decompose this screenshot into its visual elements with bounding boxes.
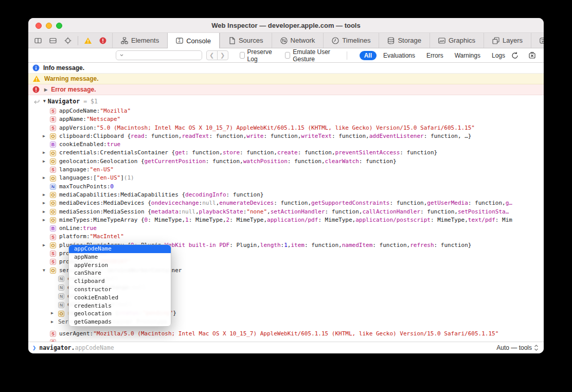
scope-logs[interactable]: Logs xyxy=(487,51,510,60)
property-value-segment: : xyxy=(199,199,203,207)
autocomplete-item-credentials[interactable]: credentials xyxy=(69,302,171,310)
autocomplete-item-geolocation[interactable]: geolocation xyxy=(69,310,171,318)
pane-horizontal-button[interactable] xyxy=(48,35,58,46)
autocomplete-item-getGamepads[interactable]: getGamepads xyxy=(69,318,171,326)
property-value-segment: WebKit built-in PDF xyxy=(165,241,229,250)
autocomplete-item-cookieEnabled[interactable]: cookieEnabled xyxy=(69,294,171,302)
disclosure-closed-icon[interactable]: ▶ xyxy=(43,191,50,199)
autocomplete-item-appCodeName[interactable]: appCodeName xyxy=(69,245,171,253)
property-row[interactable]: SuserAgent: "Mozilla/5.0 (Macintosh; Int… xyxy=(28,330,544,338)
property-row[interactable]: ▶Olanguages: ["en-US"] (1) xyxy=(28,174,544,182)
disclosure-closed-icon[interactable]: ▶ xyxy=(44,87,47,92)
disclosure-open-icon[interactable]: ▼ xyxy=(43,99,46,103)
error-badge-button[interactable] xyxy=(98,35,108,46)
property-row[interactable]: ▶Ocredentials: CredentialsContainer {get… xyxy=(28,149,544,157)
close-window-button[interactable] xyxy=(35,23,42,29)
tab-label: Sources xyxy=(239,37,263,44)
checkbox-box[interactable] xyxy=(240,52,245,59)
tab-elements[interactable]: Elements xyxy=(112,33,167,48)
tab-layers[interactable]: Layers xyxy=(484,33,531,48)
disclosure-closed-icon[interactable]: ▶ xyxy=(43,174,50,182)
property-value-segment: : function, xyxy=(274,199,311,207)
autocomplete-item-appName[interactable]: appName xyxy=(69,253,171,261)
property-row[interactable]: NmaxTouchPoints: 0 xyxy=(28,183,544,191)
property-value-segment: true xyxy=(107,140,121,149)
disclosure-closed-icon[interactable]: ▶ xyxy=(43,132,50,140)
tab-audit[interactable]: Audit xyxy=(531,33,544,48)
scope-all[interactable]: All xyxy=(360,51,377,60)
find-previous-button[interactable]: ❮ xyxy=(206,50,218,60)
pane-vertical-button[interactable] xyxy=(33,35,43,46)
find-next-button[interactable]: ❯ xyxy=(217,50,228,60)
tab-timelines[interactable]: Timelines xyxy=(323,33,379,48)
console-prompt-bar[interactable]: ❯ navigator. appCodeName Auto — tools xyxy=(28,342,544,353)
circular-arrows-button[interactable] xyxy=(510,50,520,61)
property-row[interactable]: Slanguage: "en-US" xyxy=(28,166,544,174)
disclosure-closed-icon[interactable]: ▶ xyxy=(43,208,50,216)
property-value-segment: , xyxy=(195,208,199,216)
scope-evaluations[interactable]: Evaluations xyxy=(379,51,420,60)
autocomplete-item-canShare[interactable]: canShare xyxy=(69,269,171,277)
property-row[interactable]: SappCodeName: "Mozilla" xyxy=(28,107,544,115)
disclosure-closed-icon[interactable]: ▶ xyxy=(43,216,50,224)
property-value-segment: 0 xyxy=(145,216,148,224)
property-name: mimeTypes: xyxy=(59,216,93,224)
tab-label: Timelines xyxy=(342,37,370,44)
search-input[interactable] xyxy=(124,52,199,59)
evaluated-result-row[interactable]: ▼ Navigator = $1 xyxy=(28,95,544,107)
property-value-segment: g… xyxy=(506,199,512,207)
disclosure-closed-icon[interactable]: ▶ xyxy=(43,199,50,207)
checkbox-emulate-user-gesture[interactable]: Emulate User Gesture xyxy=(285,48,337,63)
prompt-completion-hint: appCodeName xyxy=(75,344,114,351)
property-value-segment: : function, xyxy=(305,241,342,250)
property-row[interactable]: BcookieEnabled: true xyxy=(28,140,544,149)
property-value-segment: create xyxy=(277,149,298,157)
execution-context-select[interactable]: Auto — tools xyxy=(496,344,539,351)
disclosure-closed-icon[interactable]: ▶ xyxy=(43,157,50,166)
property-row[interactable]: ▶Ogeolocation: Geolocation {getCurrentPo… xyxy=(28,157,544,166)
warning-message-row[interactable]: Warning message. xyxy=(28,74,544,84)
property-row[interactable]: BonLine: true xyxy=(28,224,544,233)
scope-errors[interactable]: Errors xyxy=(422,51,448,60)
checkbox-box[interactable] xyxy=(285,52,290,59)
warning-triangle-button[interactable] xyxy=(83,35,93,46)
property-row[interactable]: ▶OmediaCapabilities: MediaCapabilities {… xyxy=(28,191,544,199)
chevron-down-icon[interactable] xyxy=(120,54,123,57)
disclosure-closed-icon[interactable]: ▶ xyxy=(51,318,58,327)
element-picker-button[interactable] xyxy=(63,35,73,46)
property-row[interactable]: SappName: "Netscape" xyxy=(28,115,544,123)
type-badge: S xyxy=(50,251,56,257)
checkbox-preserve-log[interactable]: Preserve Log xyxy=(240,48,274,63)
property-row[interactable]: ▶OmimeTypes: MimeTypeArray {0: MimeType,… xyxy=(28,216,544,224)
property-row[interactable]: SappVersion: "5.0 (Macintosh; Intel Mac … xyxy=(28,124,544,132)
error-message-row[interactable]: ▶Error message. xyxy=(28,84,544,95)
autocomplete-item-constructor[interactable]: constructor xyxy=(69,286,171,294)
disclosure-closed-icon[interactable]: ▶ xyxy=(51,309,58,318)
autocomplete-item-appVersion[interactable]: appVersion xyxy=(69,261,171,270)
scope-warnings[interactable]: Warnings xyxy=(450,51,485,60)
tab-graphics[interactable]: Graphics xyxy=(430,33,484,48)
disclosure-open-icon[interactable]: ▼ xyxy=(43,266,50,275)
property-row[interactable]: ▶OmediaDevices: MediaDevices {ondevicech… xyxy=(28,199,544,207)
tab-sources[interactable]: Sources xyxy=(220,33,272,48)
checkbox-label: Emulate User Gesture xyxy=(293,48,337,63)
property-row[interactable]: Splatform: "MacIntel" xyxy=(28,233,544,241)
info-message-row[interactable]: Info message. xyxy=(28,63,544,74)
zoom-window-button[interactable] xyxy=(56,23,62,29)
property-row[interactable]: S xyxy=(28,338,544,342)
disclosure-closed-icon[interactable]: ▶ xyxy=(43,241,50,250)
property-value-segment: readText xyxy=(182,132,209,140)
property-value-segment: getCurrentPosition xyxy=(145,157,206,166)
property-name: appVersion: xyxy=(59,124,97,132)
minimize-window-button[interactable] xyxy=(46,23,52,29)
tab-network[interactable]: Network xyxy=(272,33,324,48)
property-row[interactable]: ▶OmediaSession: MediaSession {metadata: … xyxy=(28,208,544,216)
tab-console[interactable]: ΣConsole xyxy=(167,33,220,48)
autocomplete-item-clipboard[interactable]: clipboard xyxy=(69,277,171,286)
property-row[interactable]: ▶Oclipboard: Clipboard {read: function, … xyxy=(28,132,544,140)
property-value-segment: setActionHandler xyxy=(271,208,325,216)
console-search-field[interactable] xyxy=(116,50,202,60)
disclosure-closed-icon[interactable]: ▶ xyxy=(43,149,50,157)
clear-console-button[interactable] xyxy=(527,50,537,61)
tab-storage[interactable]: Storage xyxy=(379,33,430,48)
